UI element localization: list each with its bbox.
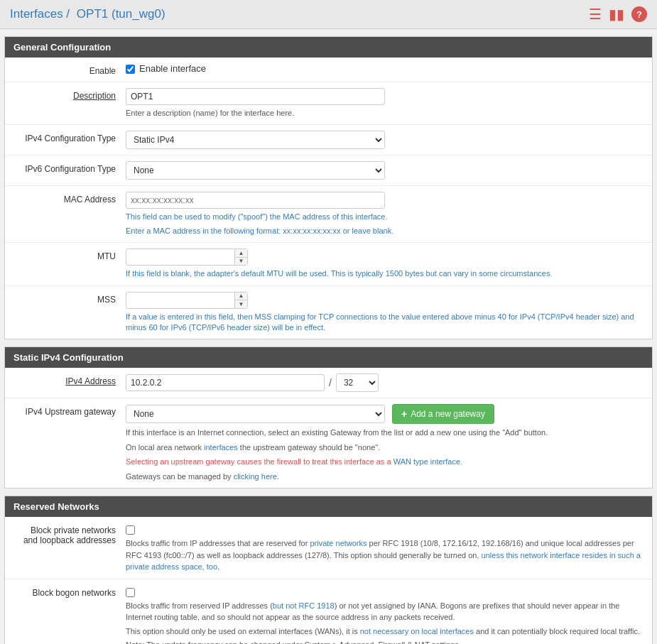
mtu-down-btn[interactable]: ▼ xyxy=(235,258,247,266)
ipv6-config-type-label: IPv6 Configuration Type xyxy=(12,161,126,174)
mss-content: ▲ ▼ If a value is entered in this field,… xyxy=(126,292,645,334)
mss-label: MSS xyxy=(12,292,126,305)
ipv4-gateway-row: IPv4 Upstream gateway None + Add a new g… xyxy=(5,398,652,488)
mac-hint2: Enter a MAC address in the following for… xyxy=(126,226,645,236)
cidr-select[interactable]: 32 31 30 29 28 27 26 25 24 xyxy=(336,373,379,392)
block-private-row: Block private networks and loopback addr… xyxy=(5,517,652,579)
description-hint: Enter a description (name) for the inter… xyxy=(126,108,645,119)
static-ipv4-section: Static IPv4 Configuration IPv4 Address /… xyxy=(4,346,653,489)
ipv4-address-content: / 32 31 30 29 28 27 26 25 24 xyxy=(126,373,645,392)
header-icons: ☰ ▮▮ ? xyxy=(589,6,647,23)
ipv4-config-type-row: IPv4 Configuration Type Static IPv4 None… xyxy=(5,125,652,155)
mac-address-input[interactable] xyxy=(126,192,385,209)
enable-row: Enable Enable interface xyxy=(5,58,652,82)
block-bogon-checkbox[interactable] xyxy=(126,588,135,597)
block-bogon-checkbox-row xyxy=(126,586,645,597)
gateway-hint2: On local area network interfaces the ups… xyxy=(126,442,645,454)
gateway-select[interactable]: None xyxy=(126,405,385,423)
mss-spinner-btns: ▲ ▼ xyxy=(234,293,247,308)
mac-hint1: This field can be used to modify ("spoof… xyxy=(126,212,645,222)
mss-input[interactable] xyxy=(126,292,248,309)
ipv4-config-type-content: Static IPv4 None DHCP PPPoE xyxy=(126,131,645,149)
mss-spinner: ▲ ▼ xyxy=(126,292,248,309)
mtu-spinner: ▲ ▼ xyxy=(126,249,248,266)
ipv4-config-type-label: IPv4 Configuration Type xyxy=(12,131,126,143)
ipv6-config-type-content: None Static IPv6 DHCPv6 SLAAC xyxy=(126,161,645,180)
but-not-link[interactable]: but not RFC 1918 xyxy=(273,601,335,610)
static-ipv4-header: Static IPv4 Configuration xyxy=(5,347,652,368)
chart-icon[interactable]: ▮▮ xyxy=(609,6,624,23)
enable-content: Enable interface xyxy=(126,63,645,74)
ipv4-address-row: IPv4 Address / 32 31 30 29 28 27 26 25 2… xyxy=(5,368,652,398)
block-private-hint: Blocks traffic from IP addresses that ar… xyxy=(126,537,645,573)
mss-row: MSS ▲ ▼ If a value is entered in this fi… xyxy=(5,286,652,339)
description-content: Enter a description (name) for the inter… xyxy=(126,88,645,119)
block-private-content: Blocks traffic from IP addresses that ar… xyxy=(126,523,645,573)
mss-down-btn[interactable]: ▼ xyxy=(235,300,247,308)
description-label-link[interactable]: Description xyxy=(73,91,116,101)
mtu-up-btn[interactable]: ▲ xyxy=(235,249,247,258)
page-title: Interfaces / OPT1 (tun_wg0) xyxy=(10,7,165,21)
mtu-spinner-btns: ▲ ▼ xyxy=(234,249,247,265)
ipv4-gateway-label: IPv4 Upstream gateway xyxy=(12,404,126,417)
mac-address-row: MAC Address This field can be used to mo… xyxy=(5,186,652,243)
description-input[interactable] xyxy=(126,88,385,105)
ipv6-config-type-row: IPv6 Configuration Type None Static IPv6… xyxy=(5,155,652,186)
gateway-hint1: If this interface is an Internet connect… xyxy=(126,427,645,439)
enable-checkbox-label: Enable interface xyxy=(139,63,206,74)
breadcrumb-current: OPT1 (tun_wg0) xyxy=(77,7,165,21)
mtu-hint: If this field is blank, the adapter's de… xyxy=(126,268,645,279)
wan-type-link[interactable]: WAN type interface xyxy=(393,457,460,466)
description-row: Description Enter a description (name) f… xyxy=(5,82,652,125)
block-bogon-label: Block bogon networks xyxy=(12,585,126,598)
ipv4-gateway-content: None + Add a new gateway If this interfa… xyxy=(126,404,645,482)
ipv4-addr-row: / 32 31 30 29 28 27 26 25 24 xyxy=(126,373,645,392)
enable-checkbox-row: Enable interface xyxy=(126,63,645,74)
ipv4-address-label-link[interactable]: IPv4 Address xyxy=(65,376,116,386)
private-networks-link[interactable]: private networks xyxy=(310,539,366,547)
mtu-label: MTU xyxy=(12,249,126,261)
description-label: Description xyxy=(12,88,126,101)
mtu-input[interactable] xyxy=(126,249,248,266)
ipv6-config-type-select[interactable]: None Static IPv6 DHCPv6 SLAAC xyxy=(126,161,385,180)
menu-icon[interactable]: ☰ xyxy=(589,6,602,23)
page-header: Interfaces / OPT1 (tun_wg0) ☰ ▮▮ ? xyxy=(0,0,657,29)
cidr-slash: / xyxy=(329,377,332,388)
mac-address-label: MAC Address xyxy=(12,192,126,204)
block-bogon-hint2: This option should only be used on exter… xyxy=(126,626,645,638)
breadcrumb-static: Interfaces / xyxy=(10,7,70,21)
block-private-checkbox-row xyxy=(126,524,645,535)
general-config-section: General Configuration Enable Enable inte… xyxy=(4,36,653,339)
enable-checkbox[interactable] xyxy=(126,65,135,74)
block-private-checkbox[interactable] xyxy=(126,525,135,535)
add-gateway-button[interactable]: + Add a new gateway xyxy=(392,404,494,424)
help-icon[interactable]: ? xyxy=(631,6,647,22)
page-wrapper: Interfaces / OPT1 (tun_wg0) ☰ ▮▮ ? Gener… xyxy=(0,0,657,644)
reserved-networks-header: Reserved Networks xyxy=(5,496,652,517)
block-bogon-content: Blocks traffic from reserved IP addresse… xyxy=(126,585,645,644)
unless-link[interactable]: unless this network interface resides in… xyxy=(126,551,641,572)
not-necessary-link[interactable]: not necessary on local interfaces xyxy=(360,627,474,635)
clicking-here-link[interactable]: clicking here xyxy=(234,472,277,481)
ipv4-address-input[interactable] xyxy=(126,374,325,391)
mtu-row: MTU ▲ ▼ If this field is blank, the adap… xyxy=(5,243,652,285)
mtu-content: ▲ ▼ If this field is blank, the adapter'… xyxy=(126,249,645,279)
general-config-header: General Configuration xyxy=(5,37,652,58)
mss-up-btn[interactable]: ▲ xyxy=(235,293,247,301)
block-bogon-hint3: Note: The update frequency can be change… xyxy=(126,639,645,644)
block-private-label: Block private networks and loopback addr… xyxy=(12,523,126,545)
block-bogon-hint1: Blocks traffic from reserved IP addresse… xyxy=(126,600,645,623)
gateway-hint3: Selecting an upstream gateway causes the… xyxy=(126,456,645,468)
interfaces-link[interactable]: interfaces xyxy=(204,443,238,452)
gateway-input-row: None + Add a new gateway xyxy=(126,404,645,424)
gateway-hint4: Gateways can be managed by clicking here… xyxy=(126,471,645,483)
mac-address-content: This field can be used to modify ("spoof… xyxy=(126,192,645,236)
enable-label: Enable xyxy=(12,63,126,76)
add-gateway-label: Add a new gateway xyxy=(411,409,485,419)
mss-hint: If a value is entered in this field, the… xyxy=(126,312,645,334)
reserved-networks-section: Reserved Networks Block private networks… xyxy=(4,496,653,644)
ipv4-address-label: IPv4 Address xyxy=(12,373,126,386)
block-bogon-row: Block bogon networks Blocks traffic from… xyxy=(5,579,652,644)
ipv4-config-type-select[interactable]: Static IPv4 None DHCP PPPoE xyxy=(126,131,385,149)
plus-icon: + xyxy=(401,408,407,420)
